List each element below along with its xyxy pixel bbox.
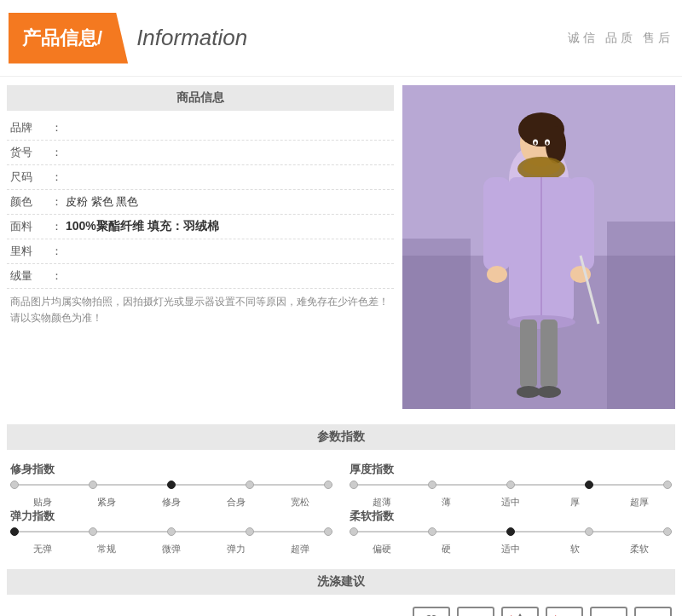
product-image-area (402, 85, 675, 409)
thickness-index-title: 厚度指数 (350, 462, 672, 477)
param-label: 厚 (543, 496, 608, 509)
param-label: 宽松 (268, 496, 332, 509)
info-colon: ： (51, 170, 62, 185)
product-note: 商品图片均属实物拍照，因拍摄灯光或显示器设置不同等原因，难免存在少许色差！请以实… (7, 289, 394, 330)
params-right: 厚度指数 超薄薄适中厚超厚 柔软指数 偏硬硬适中软柔软 (350, 462, 672, 556)
slider-dot (350, 481, 358, 489)
param-label: 紧身 (75, 496, 140, 509)
info-row: 颜色：皮粉 紫色 黑色 (7, 190, 394, 215)
elasticity-index-group: 弹力指数 无弹常规微弹弹力超弹 (10, 509, 332, 556)
slider-dot (10, 527, 19, 536)
info-row: 货号： (7, 141, 394, 165)
slider-dot (506, 481, 515, 489)
svg-point-11 (546, 141, 549, 145)
slider-dot (89, 527, 97, 536)
wash-icon-item: 不可漂白 (501, 607, 539, 616)
info-colon: ： (51, 194, 62, 210)
param-label: 常规 (75, 543, 140, 556)
info-label: 品牌 (10, 120, 48, 135)
wash-icon-item: 不可熨烫 (546, 607, 583, 616)
elasticity-index-title: 弹力指数 (10, 509, 332, 524)
thickness-index-slider (350, 484, 672, 486)
info-colon: ： (51, 145, 62, 160)
slider-dot (428, 527, 436, 536)
title-cn: 产品信息/ (9, 13, 128, 64)
slider-dot (663, 527, 672, 536)
svg-point-10 (535, 141, 537, 145)
wash-icon-box (590, 607, 627, 616)
info-colon: ： (51, 120, 62, 135)
softness-index-title: 柔软指数 (350, 509, 672, 524)
slider-dot (324, 481, 332, 489)
wash-icon-item: 30° 最高30° (634, 607, 672, 616)
params-left: 修身指数 贴身紧身修身合身宽松 弹力指数 无弹常规微弹弹力超弹 (10, 462, 332, 556)
param-label: 柔软 (607, 543, 672, 556)
wash-icon-item: 不可烘干 (590, 607, 627, 616)
param-label: 超弹 (268, 543, 332, 556)
info-value: 皮粉 紫色 黑色 (66, 194, 390, 210)
param-label: 超厚 (607, 496, 672, 509)
fit-index-group: 修身指数 贴身紧身修身合身宽松 (10, 462, 332, 509)
info-colon: ： (51, 219, 62, 234)
info-label: 颜色 (10, 194, 48, 210)
svg-point-25 (537, 386, 561, 398)
slider-dot (585, 481, 593, 489)
svg-rect-22 (520, 320, 537, 388)
product-info-title: 商品信息 (7, 85, 394, 111)
slider-dot (428, 481, 436, 489)
slider-dot (167, 481, 176, 489)
slider-dot (350, 527, 358, 536)
page-header: 产品信息/ Information 诚信 品质 售后 (0, 0, 682, 77)
param-label: 硬 (414, 543, 479, 556)
info-label: 面料 (10, 219, 48, 234)
svg-point-13 (523, 158, 560, 176)
washing-title: 洗涤建议 (7, 569, 675, 595)
elasticity-index-labels: 无弹常规微弹弹力超弹 (10, 543, 332, 556)
info-row: 尺码： (7, 165, 394, 190)
slider-dot (167, 527, 176, 536)
product-info-section: 商品信息 品牌：货号：尺码：颜色：皮粉 紫色 黑色面料：100%聚酯纤维 填充：… (0, 77, 682, 417)
param-label: 偏硬 (350, 543, 414, 556)
wash-icon-box (501, 607, 539, 616)
param-label: 合身 (204, 496, 269, 509)
info-value: 100%聚酯纤维 填充：羽绒棉 (66, 219, 390, 234)
softness-index-labels: 偏硬硬适中软柔软 (350, 543, 672, 556)
elasticity-index-slider (10, 531, 332, 533)
svg-rect-3 (607, 222, 675, 409)
svg-rect-16 (483, 177, 511, 271)
params-title: 参数指数 (7, 424, 675, 450)
info-rows-container: 品牌：货号：尺码：颜色：皮粉 紫色 黑色面料：100%聚酯纤维 填充：羽绒棉里料… (7, 116, 394, 289)
info-label: 尺码 (10, 170, 48, 185)
param-label: 适中 (478, 496, 543, 509)
header-title-area: 产品信息/ Information (9, 13, 247, 64)
param-label: 微弹 (139, 543, 204, 556)
wash-icon-box (413, 607, 450, 616)
slider-dot (324, 527, 332, 536)
slider-dot (585, 527, 593, 536)
washing-section: 洗涤建议 单独洗涤，勿长时间浸泡（棉质衣料建议分开洗涤） 建议手洗 平铺晾干 不… (7, 569, 675, 616)
info-row: 绒量： (7, 264, 394, 289)
params-grid: 修身指数 贴身紧身修身合身宽松 弹力指数 无弹常规微弹弹力超弹 厚度指数 超薄薄… (7, 455, 675, 562)
washing-icons: 建议手洗 平铺晾干 不可漂白 不可熨烫 不可烘干 30° 最高30° (413, 607, 672, 616)
info-row: 品牌： (7, 116, 394, 141)
main-content: 商品信息 品牌：货号：尺码：颜色：皮粉 紫色 黑色面料：100%聚酯纤维 填充：… (0, 77, 682, 616)
fit-index-labels: 贴身紧身修身合身宽松 (10, 496, 332, 509)
slider-dot (663, 481, 672, 489)
param-label: 薄 (414, 496, 479, 509)
info-label: 绒量 (10, 268, 48, 284)
product-image (402, 85, 675, 409)
wash-icon-box (457, 607, 494, 616)
slider-dot (10, 481, 19, 489)
info-colon: ： (51, 268, 62, 284)
svg-point-18 (487, 266, 507, 283)
param-label: 贴身 (10, 496, 75, 509)
title-en: Information (128, 25, 247, 51)
softness-index-slider (350, 531, 672, 533)
slider-dot (89, 481, 97, 489)
info-table-area: 商品信息 品牌：货号：尺码：颜色：皮粉 紫色 黑色面料：100%聚酯纤维 填充：… (7, 85, 394, 409)
param-label: 修身 (139, 496, 204, 509)
slider-dot (246, 527, 254, 536)
info-label: 里料 (10, 244, 48, 259)
svg-rect-2 (402, 239, 471, 409)
param-label: 软 (543, 543, 608, 556)
